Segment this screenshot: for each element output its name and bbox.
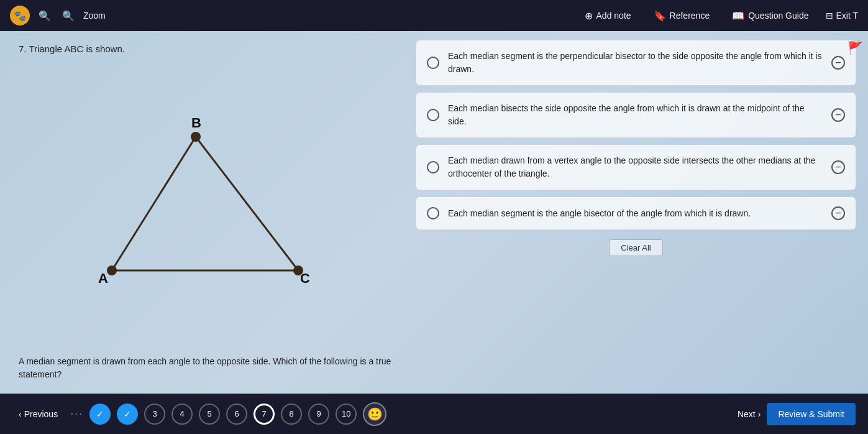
question-number-text: 7. (19, 44, 27, 54)
page-10-label: 10 (342, 409, 350, 418)
toolbar: 🐾 🔍 🔍 Zoom ⊕ Add note 🔖 Reference 📖 Ques… (0, 0, 868, 31)
svg-text:B: B (191, 115, 201, 131)
chevron-left-icon: ‹ (19, 409, 22, 419)
page-10-button[interactable]: 10 (336, 404, 357, 425)
question-context: Triangle ABC is shown. (29, 44, 125, 54)
question-left-panel: 7. Triangle ABC is shown. B A C (0, 31, 410, 394)
vertex-a-dot (107, 265, 117, 275)
page-1-button[interactable]: ✓ (89, 404, 111, 425)
page-7-button[interactable]: 7 (254, 404, 275, 425)
eliminate-a-button[interactable]: − (831, 56, 845, 70)
question-instruction: A median segment is drawn from each angl… (19, 355, 391, 381)
svg-text:C: C (300, 270, 310, 286)
question-instruction-text: A median segment is drawn from each angl… (19, 356, 391, 379)
answer-text-c: Each median drawn from a vertex angle to… (448, 154, 823, 180)
page-4-button[interactable]: 4 (171, 404, 193, 425)
answer-option-a[interactable]: Each median segment is the perpendicular… (416, 40, 856, 85)
zoom-label: Zoom (83, 11, 106, 21)
next-button[interactable]: Next › (738, 409, 761, 419)
exit-button[interactable]: ⊟ Exit T (826, 11, 858, 21)
answer-text-d: Each median segment is the angle bisecto… (448, 207, 823, 220)
triangle-svg: B A C (75, 106, 336, 305)
reference-label: Reference (670, 11, 710, 21)
page-9-label: 9 (317, 409, 321, 418)
exit-label: Exit T (836, 11, 858, 21)
question-guide-label: Question Guide (748, 11, 808, 21)
radio-a[interactable] (427, 57, 439, 69)
bottom-navigation: ‹ Previous ··· ✓ ✓ 3 4 5 6 7 8 9 10 🙂 (0, 394, 868, 434)
page-3-button[interactable]: 3 (144, 404, 165, 425)
radio-c[interactable] (427, 161, 439, 173)
reference-button[interactable]: 🔖 Reference (649, 7, 715, 24)
toolbar-right: ⊕ Add note 🔖 Reference 📖 Question Guide … (580, 7, 858, 24)
question-guide-button[interactable]: 📖 Question Guide (727, 7, 813, 24)
page-8-label: 8 (290, 409, 294, 418)
zoom-out-button[interactable]: 🔍 (36, 7, 53, 24)
page-2-button[interactable]: ✓ (117, 404, 138, 425)
previous-label: Previous (24, 409, 58, 419)
page-3-label: 3 (153, 409, 157, 418)
page-5-button[interactable]: 5 (199, 404, 220, 425)
check-icon-1: ✓ (96, 409, 104, 419)
flag-icon[interactable]: 🚩 (847, 40, 863, 55)
radio-d[interactable] (427, 207, 439, 219)
page-5-label: 5 (208, 409, 212, 418)
page-7-label: 7 (262, 409, 267, 418)
toolbar-left: 🐾 🔍 🔍 Zoom (10, 6, 570, 25)
page-dots: ··· (70, 407, 83, 420)
clear-all-button[interactable]: Clear All (609, 239, 662, 256)
page-6-label: 6 (235, 409, 239, 418)
answer-choices-panel: Each median segment is the perpendicular… (410, 31, 868, 394)
review-submit-button[interactable]: Review & Submit (767, 403, 856, 425)
main-content: 7. Triangle ABC is shown. B A C (0, 31, 868, 394)
question-number: 7. Triangle ABC is shown. (19, 44, 391, 54)
add-note-label: Add note (596, 11, 631, 21)
answer-text-b: Each median bisects the side opposite th… (448, 102, 823, 128)
question-guide-icon: 📖 (732, 10, 744, 22)
svg-marker-0 (112, 137, 298, 270)
add-note-button[interactable]: ⊕ Add note (580, 7, 636, 24)
triangle-diagram: B A C (19, 62, 391, 349)
previous-button[interactable]: ‹ Previous (12, 405, 64, 423)
svg-text:A: A (98, 270, 108, 286)
zoom-in-button[interactable]: 🔍 (60, 7, 77, 24)
reference-icon: 🔖 (654, 10, 666, 22)
eliminate-c-button[interactable]: − (831, 160, 845, 174)
chevron-right-icon: › (758, 409, 761, 419)
eliminate-d-button[interactable]: − (831, 206, 845, 220)
eliminate-b-button[interactable]: − (831, 108, 845, 122)
smiley-button[interactable]: 🙂 (363, 402, 386, 426)
page-9-button[interactable]: 9 (308, 404, 329, 425)
check-icon-2: ✓ (124, 409, 131, 419)
answer-option-d[interactable]: Each median segment is the angle bisecto… (416, 197, 856, 229)
next-label: Next (738, 409, 756, 419)
page-8-button[interactable]: 8 (281, 404, 302, 425)
answer-option-b[interactable]: Each median bisects the side opposite th… (416, 93, 856, 137)
logo-icon: 🐾 (10, 6, 30, 25)
radio-b[interactable] (427, 109, 439, 121)
answer-text-a: Each median segment is the perpendicular… (448, 50, 823, 76)
vertex-b-dot (191, 132, 201, 142)
page-6-button[interactable]: 6 (226, 404, 247, 425)
exit-icon: ⊟ (826, 11, 833, 21)
add-note-icon: ⊕ (585, 10, 593, 22)
smiley-icon: 🙂 (367, 407, 383, 422)
answer-option-c[interactable]: Each median drawn from a vertex angle to… (416, 145, 856, 190)
page-4-label: 4 (180, 409, 185, 418)
